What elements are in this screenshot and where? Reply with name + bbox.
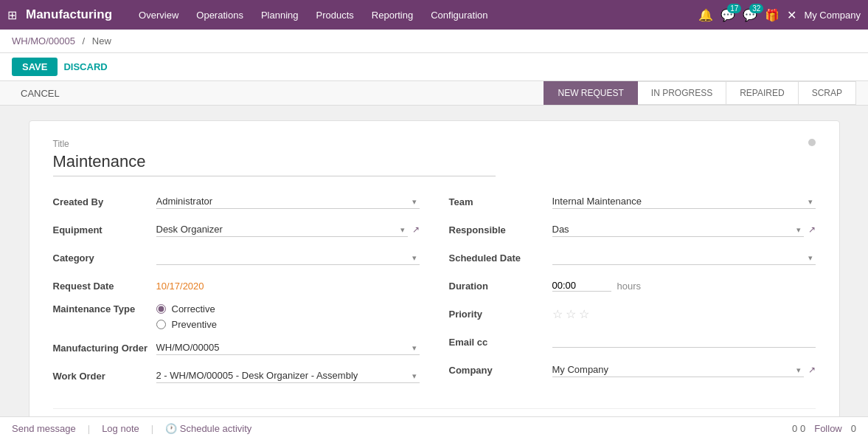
company-select[interactable]: My Company [552, 362, 804, 377]
scheduled-date-wrapper [552, 250, 816, 265]
manufacturing-order-label: Manufacturing Order [53, 343, 156, 354]
manufacturing-order-wrapper: WH/MO/00005 [156, 340, 420, 355]
app-title: Manufacturing [26, 7, 112, 22]
duration-unit: hours [617, 281, 642, 292]
corrective-option[interactable]: Corrective [156, 303, 217, 314]
chat-icon[interactable]: 💬 32 [743, 8, 757, 22]
nav-products[interactable]: Products [309, 7, 361, 24]
preventive-option[interactable]: Preventive [156, 319, 217, 330]
company-wrapper: My Company ↗ [552, 362, 816, 377]
category-wrapper [156, 250, 420, 265]
manufacturing-order-select[interactable]: WH/MO/00005 [156, 340, 420, 355]
email-cc-row: Email cc [449, 331, 816, 352]
corrective-radio[interactable] [156, 304, 166, 314]
form-body: Created By Administrator Equipment Desk … [53, 191, 816, 393]
follow-button[interactable]: Follow [814, 423, 842, 434]
bottom-right-actions: 0 0 Follow 0 [792, 423, 856, 434]
priority-stars: ☆ ☆ ☆ [552, 307, 589, 321]
equipment-row: Equipment Desk Organizer ↗ [53, 219, 420, 240]
top-navigation: ⊞ Manufacturing Overview Operations Plan… [0, 0, 868, 30]
grid-icon[interactable]: ⊞ [7, 8, 17, 22]
gift-icon[interactable]: 🎁 [765, 8, 780, 22]
nav-configuration[interactable]: Configuration [423, 7, 495, 24]
close-icon[interactable]: ✕ [787, 8, 796, 22]
equipment-external-link-icon[interactable]: ↗ [412, 224, 420, 235]
schedule-activity-link[interactable]: 🕐 Schedule activity [165, 423, 251, 434]
category-select[interactable] [156, 250, 420, 265]
team-row: Team Internal Maintenance [449, 191, 816, 212]
maintenance-type-row: Maintenance Type Corrective Preventive [53, 303, 420, 330]
equipment-select[interactable]: Desk Organizer [156, 222, 408, 237]
team-label: Team [449, 196, 552, 207]
preventive-label: Preventive [172, 319, 217, 330]
preventive-radio[interactable] [156, 320, 166, 329]
company-select-wrapper: My Company [552, 362, 804, 377]
activities-icon[interactable]: 💬 17 [721, 8, 735, 22]
work-order-row: Work Order 2 - WH/MO/00005 - Desk Organi… [53, 365, 420, 386]
status-scrap[interactable]: SCRAP [799, 81, 856, 105]
discard-button[interactable]: DISCARD [63, 61, 107, 72]
work-order-label: Work Order [53, 371, 156, 382]
send-message-button[interactable]: Send message [12, 423, 76, 434]
title-input[interactable] [53, 152, 496, 176]
title-label: Title [53, 139, 808, 149]
team-wrapper: Internal Maintenance [552, 194, 816, 209]
form-right: Team Internal Maintenance Responsible Da… [449, 191, 816, 393]
status-bar: CANCEL NEW REQUEST IN PROGRESS REPAIRED … [0, 81, 868, 106]
company-row: Company My Company ↗ [449, 360, 816, 380]
nav-planning[interactable]: Planning [254, 7, 306, 24]
email-cc-input[interactable] [552, 336, 816, 348]
nav-reporting[interactable]: Reporting [364, 7, 420, 24]
nav-operations[interactable]: Operations [189, 7, 251, 24]
status-indicator [808, 139, 816, 146]
breadcrumb: WH/MO/00005 / New [0, 30, 868, 53]
responsible-wrapper: Das ↗ [552, 222, 816, 237]
created-by-wrapper: Administrator [156, 194, 420, 209]
responsible-row: Responsible Das ↗ [449, 219, 816, 240]
category-label: Category [53, 252, 156, 264]
follower-count: 0 0 [792, 423, 805, 434]
status-in-progress[interactable]: IN PROGRESS [638, 81, 726, 105]
created-by-label: Created By [53, 196, 156, 207]
manufacturing-order-row: Manufacturing Order WH/MO/00005 [53, 337, 420, 358]
star-3[interactable]: ☆ [579, 307, 589, 321]
request-date-value[interactable]: 10/17/2020 [156, 281, 204, 292]
nav-links: Overview Operations Planning Products Re… [131, 7, 694, 24]
save-button[interactable]: SAVE [12, 58, 58, 76]
follower-count-2: 0 [851, 423, 856, 434]
log-note-button[interactable]: Log note [102, 423, 139, 434]
maintenance-type-group: Corrective Preventive [156, 303, 217, 330]
work-order-select[interactable]: 2 - WH/MO/00005 - Desk Organizer - Assem… [156, 368, 420, 383]
priority-label: Priority [449, 309, 552, 320]
bell-icon[interactable]: 🔔 [698, 8, 713, 22]
breadcrumb-separator: / [83, 35, 86, 47]
equipment-wrapper: Desk Organizer ↗ [156, 222, 420, 237]
equipment-select-wrapper: Desk Organizer [156, 222, 408, 237]
status-new-request[interactable]: NEW REQUEST [544, 81, 637, 105]
company-label: Company [449, 365, 552, 376]
responsible-external-link-icon[interactable]: ↗ [808, 224, 816, 235]
status-repaired[interactable]: REPAIRED [726, 81, 798, 105]
breadcrumb-parent[interactable]: WH/MO/00005 [12, 35, 75, 47]
nav-overview[interactable]: Overview [131, 7, 186, 24]
form-left: Created By Administrator Equipment Desk … [53, 191, 420, 393]
team-select[interactable]: Internal Maintenance [552, 194, 816, 209]
star-1[interactable]: ☆ [552, 307, 563, 321]
scheduled-date-select[interactable] [552, 250, 816, 265]
form-card: Title Created By Administrator Equi [29, 120, 840, 440]
duration-input[interactable] [552, 280, 611, 292]
maintenance-type-label: Maintenance Type [53, 303, 156, 314]
topnav-right: 🔔 💬 17 💬 32 🎁 ✕ My Company [698, 8, 861, 22]
company-external-link-icon[interactable]: ↗ [808, 365, 816, 375]
activities-badge: 17 [727, 4, 741, 13]
action-bar: SAVE DISCARD [0, 53, 868, 81]
created-by-select[interactable]: Administrator [156, 194, 420, 209]
cancel-button[interactable]: CANCEL [12, 82, 69, 105]
chat-badge: 32 [749, 4, 763, 13]
request-date-row: Request Date 10/17/2020 [53, 275, 420, 296]
duration-wrapper: hours [552, 280, 642, 292]
email-cc-label: Email cc [449, 337, 552, 348]
star-2[interactable]: ☆ [566, 307, 576, 321]
responsible-label: Responsible [449, 224, 552, 236]
responsible-select[interactable]: Das [552, 222, 804, 237]
